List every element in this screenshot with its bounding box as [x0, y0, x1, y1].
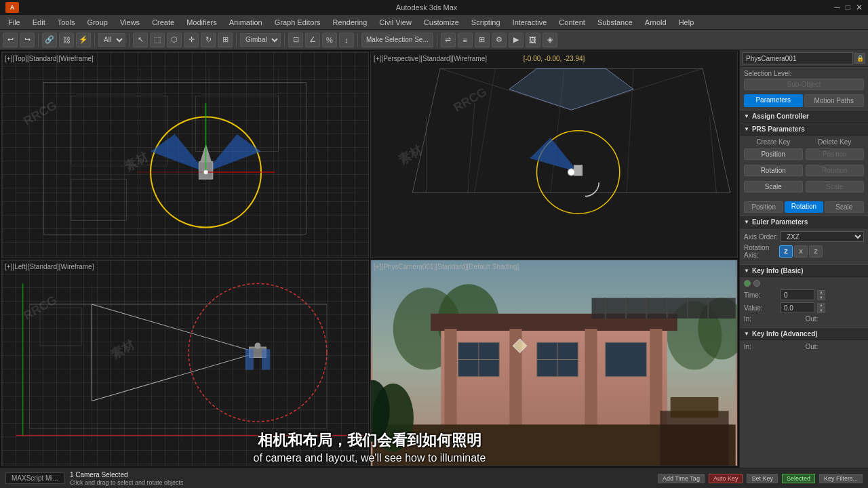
unlink-btn[interactable]: ⛓ [59, 33, 74, 47]
key-info-advanced-header[interactable]: ▼ Key Info (Advanced) [740, 327, 868, 340]
value-spin-down[interactable]: ▼ [817, 308, 825, 313]
axis-z2-btn[interactable]: Z [809, 245, 823, 258]
menu-customize[interactable]: Customize [418, 17, 465, 28]
menu-views[interactable]: Views [115, 17, 145, 28]
tab-parameters[interactable]: Parameters [744, 94, 803, 107]
scale-delete-btn[interactable]: Scale [806, 181, 865, 192]
value-row: Value: ▲ ▼ [744, 302, 864, 313]
menu-animation[interactable]: Animation [224, 17, 268, 28]
scale-btn[interactable]: ⊞ [218, 33, 233, 47]
scale-create-btn[interactable]: Scale [744, 181, 803, 192]
render-setup-btn[interactable]: ⚙ [492, 33, 507, 47]
layer-btn[interactable]: ⊞ [475, 33, 490, 47]
menu-substance[interactable]: Substance [592, 17, 638, 28]
value-spin-up[interactable]: ▲ [817, 303, 825, 308]
close-btn[interactable]: ✕ [856, 3, 863, 12]
menu-arnold[interactable]: Arnold [639, 17, 672, 28]
tab-rotation[interactable]: Rotation [785, 201, 823, 213]
add-time-tag-btn[interactable]: Add Time Tag [658, 474, 705, 483]
menu-graph-editors[interactable]: Graph Editors [269, 17, 326, 28]
svg-line-30 [468, 103, 475, 192]
subobj-btn[interactable]: Sub-Object [744, 79, 864, 90]
assign-controller-header[interactable]: ▼ Assign Controller [740, 110, 868, 123]
bind-btn[interactable]: ⚡ [76, 33, 91, 47]
euler-label: Euler Parameters [752, 218, 808, 226]
transform-dropdown[interactable]: Gimbal [240, 33, 281, 47]
axis-z1-btn[interactable]: Z [779, 245, 793, 258]
time-spin-down[interactable]: ▼ [817, 296, 825, 300]
camera-name-input[interactable] [743, 52, 853, 64]
tab-position[interactable]: Position [744, 201, 783, 213]
axis-x-btn[interactable]: X [794, 245, 808, 258]
redo-btn[interactable]: ↪ [20, 33, 35, 47]
rotate-btn[interactable]: ↻ [201, 33, 216, 47]
svg-line-31 [709, 117, 716, 192]
tab-scale[interactable]: Scale [825, 201, 864, 213]
menu-help[interactable]: Help [673, 17, 700, 28]
position-delete-btn[interactable]: Position [806, 148, 865, 160]
menu-modifiers[interactable]: Modifiers [181, 17, 222, 28]
auto-key-btn[interactable]: Auto Key [709, 474, 743, 483]
viewport-perspective[interactable]: [+][Perspective][Standard][Wireframe] [-… [370, 52, 738, 258]
key-info-basic-label: Key Info (Basic) [752, 267, 804, 274]
percent-snap[interactable]: % [322, 33, 337, 47]
key-info-basic-header[interactable]: ▼ Key Info (Basic) [740, 264, 868, 277]
viewport-camera[interactable]: [+][PhysCamera001][Standard][Default Sha… [370, 260, 738, 466]
select-btn[interactable]: ↖ [133, 33, 148, 47]
dot-right [753, 280, 760, 287]
selected-btn[interactable]: Selected [782, 474, 815, 483]
move-btn[interactable]: ✛ [184, 33, 199, 47]
link-btn[interactable]: 🔗 [42, 33, 57, 47]
undo-btn[interactable]: ↩ [3, 33, 18, 47]
main-content: [+][Top][Standard][Wireframe] RRCG 素材 [0, 50, 868, 468]
key-header-row: Create Key Delete Key [744, 138, 864, 146]
euler-params-header[interactable]: ▼ Euler Parameters [740, 216, 868, 228]
menu-scripting[interactable]: Scripting [466, 17, 506, 28]
spinner-snap[interactable]: ↕ [339, 33, 354, 47]
select-region-btn[interactable]: ⬚ [150, 33, 165, 47]
align-btn[interactable]: ≡ [458, 33, 473, 47]
rotation-delete-btn[interactable]: Rotation [806, 165, 865, 176]
filter-dropdown[interactable]: All [98, 33, 125, 47]
time-input[interactable] [781, 289, 814, 300]
title-text: Autodesk 3ds Max [19, 3, 834, 12]
menubar: File Edit Tools Group Views Create Modif… [0, 15, 868, 30]
menu-rendering[interactable]: Rendering [328, 17, 373, 28]
snap-toggle[interactable]: ⊡ [288, 33, 303, 47]
menu-tools[interactable]: Tools [52, 17, 81, 28]
material-editor-btn[interactable]: ◈ [542, 33, 557, 47]
minimize-btn[interactable]: ─ [834, 3, 840, 12]
viewport-left[interactable]: [+][Left][Standard][Wireframe] RRCG 素材 [1, 260, 369, 466]
menu-create[interactable]: Create [146, 17, 180, 28]
menu-interactive[interactable]: Interactive [507, 17, 553, 28]
angle-snap[interactable]: ∠ [305, 33, 320, 47]
menu-edit[interactable]: Edit [27, 17, 51, 28]
menu-file[interactable]: File [3, 17, 26, 28]
select-lasso-btn[interactable]: ⬡ [167, 33, 182, 47]
set-key-btn[interactable]: Set Key [747, 474, 778, 483]
svg-point-10 [204, 170, 208, 174]
scale-row: Scale Scale [744, 181, 864, 195]
render-frame-btn[interactable]: 🖼 [526, 33, 540, 47]
axis-order-select[interactable]: ZXZ [781, 231, 864, 242]
time-spin-up[interactable]: ▲ [817, 290, 825, 295]
menu-civil-view[interactable]: Civil View [374, 17, 416, 28]
rotation-create-btn[interactable]: Rotation [744, 165, 803, 176]
maxscript-mini[interactable]: MAXScript Mi... [5, 472, 64, 484]
render-btn[interactable]: ▶ [509, 33, 524, 47]
tab-motion-paths[interactable]: Motion Paths [804, 94, 865, 107]
selection-set-btn[interactable]: Make Selection Se... [361, 33, 433, 47]
value-input[interactable] [781, 302, 814, 313]
prs-arrow: ▼ [744, 126, 749, 132]
vp-perspective-drawing [371, 52, 737, 258]
prs-parameters-header[interactable]: ▼ PRS Parameters [740, 123, 868, 136]
viewport-top[interactable]: [+][Top][Standard][Wireframe] RRCG 素材 [1, 52, 369, 258]
key-filters-btn[interactable]: Key Filters... [819, 474, 863, 483]
lock-btn[interactable]: 🔒 [854, 53, 865, 64]
menu-group[interactable]: Group [81, 17, 113, 28]
menu-content[interactable]: Content [553, 17, 591, 28]
mirror-btn[interactable]: ⇌ [441, 33, 456, 47]
restore-btn[interactable]: □ [846, 3, 850, 12]
panel-tabs: Parameters Motion Paths [744, 94, 864, 107]
position-create-btn[interactable]: Position [744, 148, 803, 160]
